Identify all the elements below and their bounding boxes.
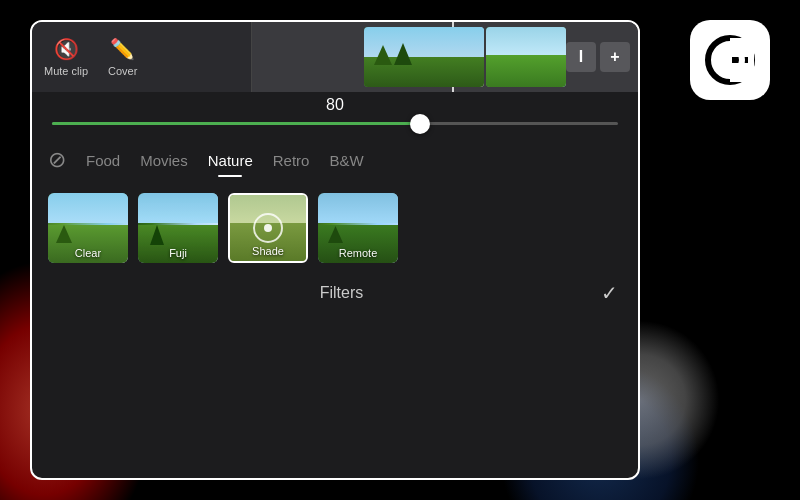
add-button[interactable]: +: [600, 42, 630, 72]
filter-categories: ⊘ Food Movies Nature Retro B&W: [32, 137, 638, 183]
capcut-logo: [690, 20, 770, 100]
category-bw[interactable]: B&W: [329, 150, 363, 171]
timeline-thumb-1: ⊙ 2.0x: [364, 27, 484, 87]
main-panel: 🔇 Mute clip ✏️ Cover ⊙ 2.0x: [30, 20, 640, 480]
bottom-bar: Filters ✓: [32, 273, 638, 313]
filter-remote[interactable]: Remote: [318, 193, 398, 263]
slider-container: [32, 118, 638, 137]
capcut-icon: [704, 34, 756, 86]
category-nature[interactable]: Nature: [208, 150, 253, 171]
filter-clear-img: Clear: [48, 193, 128, 263]
cover-label: Cover: [108, 65, 137, 77]
cover-button[interactable]: ✏️ Cover: [108, 37, 137, 77]
toolbar: 🔇 Mute clip ✏️ Cover: [32, 22, 252, 92]
filter-clear-label: Clear: [48, 247, 128, 259]
timeline-thumb-2: ⊙ 2.x: [486, 27, 566, 87]
filter-remote-img: Remote: [318, 193, 398, 263]
shade-dot: [264, 224, 272, 232]
mute-label: Mute clip: [44, 65, 88, 77]
top-section: 🔇 Mute clip ✏️ Cover ⊙ 2.0x: [32, 22, 638, 92]
filter-shade-img: Shade: [228, 193, 308, 263]
shade-icon: [253, 213, 283, 243]
confirm-button[interactable]: ✓: [601, 281, 618, 305]
split-button[interactable]: I: [566, 42, 596, 72]
filter-fuji-label: Fuji: [138, 247, 218, 259]
filter-remote-label: Remote: [318, 247, 398, 259]
filters-label: Filters: [82, 284, 601, 302]
filter-shade[interactable]: Shade: [228, 193, 308, 263]
category-retro[interactable]: Retro: [273, 150, 310, 171]
pencil-icon: ✏️: [110, 37, 135, 61]
svg-rect-4: [718, 48, 732, 72]
category-food[interactable]: Food: [86, 150, 120, 171]
thumb-controls: I +: [566, 42, 630, 72]
slider-value-display: 80: [32, 92, 638, 118]
filter-fuji[interactable]: Fuji: [138, 193, 218, 263]
timeline: ⊙ 2.0x ⊙ 2.x I +: [252, 22, 638, 92]
category-movies[interactable]: Movies: [140, 150, 188, 171]
slider-fill: [52, 122, 420, 125]
mute-icon: 🔇: [54, 37, 79, 61]
filter-thumbs: Clear Fuji Shade: [32, 183, 638, 273]
filter-clear[interactable]: Clear: [48, 193, 128, 263]
filter-fuji-img: Fuji: [138, 193, 218, 263]
no-filter-icon[interactable]: ⊘: [48, 147, 66, 173]
filter-shade-label: Shade: [230, 245, 306, 257]
slider-thumb[interactable]: [410, 114, 430, 134]
slider-track[interactable]: [52, 122, 618, 125]
mute-clip-button[interactable]: 🔇 Mute clip: [44, 37, 88, 77]
